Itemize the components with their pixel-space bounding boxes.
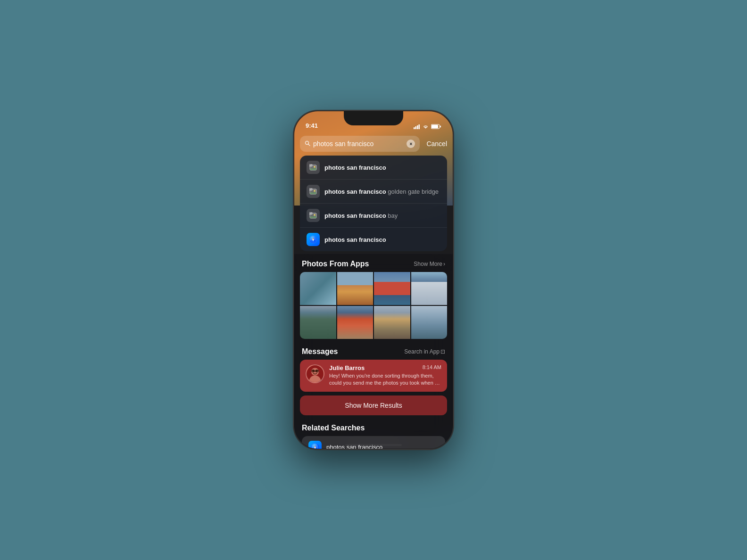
search-input[interactable]: photos san francisco xyxy=(313,140,404,148)
photos-app-icon xyxy=(307,161,320,174)
message-preview: Hey! When you're done sorting through th… xyxy=(329,372,441,387)
related-search-item-1[interactable]: photos san francisco xyxy=(302,436,445,449)
suggestion-highlight-4: photos san francisco xyxy=(324,236,386,243)
svg-rect-3 xyxy=(419,124,420,129)
message-header: Julie Barros 8:14 AM xyxy=(329,364,441,371)
suggestion-item-1[interactable]: photos san francisco xyxy=(300,156,447,180)
photo-cell-6[interactable] xyxy=(337,306,374,339)
suggestion-highlight-3: photos san francisco xyxy=(324,212,386,219)
messages-search-in-app[interactable]: Search in App ⊡ xyxy=(404,348,445,355)
suggestion-dim-2: golden gate bridge xyxy=(386,188,439,195)
notch xyxy=(344,111,403,125)
show-more-label: Show More Results xyxy=(345,402,402,409)
svg-rect-6 xyxy=(440,126,441,128)
messages-section-title: Messages xyxy=(302,347,338,356)
messages-section-header: Messages Search in App ⊡ xyxy=(294,342,453,360)
wifi-icon xyxy=(423,124,429,129)
search-cancel-button[interactable]: Cancel xyxy=(426,140,447,148)
suggestion-item-3[interactable]: photos san francisco bay xyxy=(300,204,447,228)
svg-rect-13 xyxy=(309,188,312,190)
chevron-right-icon: › xyxy=(443,261,445,267)
suggestion-item-4[interactable]: photos san francisco xyxy=(300,228,447,251)
suggestion-text-4: photos san francisco xyxy=(324,236,386,243)
search-bar-container: photos san francisco × Cancel xyxy=(294,132,453,156)
photo-cell-5[interactable] xyxy=(300,306,336,339)
message-time: 8:14 AM xyxy=(423,364,441,371)
message-sender: Julie Barros xyxy=(329,364,365,371)
suggestion-item-2[interactable]: photos san francisco golden gate bridge xyxy=(300,180,447,204)
related-searches-section: Related Searches xyxy=(294,419,453,449)
safari-app-icon xyxy=(307,233,320,246)
messages-section: Messages Search in App ⊡ xyxy=(294,342,453,392)
suggestion-text-1: photos san francisco xyxy=(324,164,386,171)
phone-screen: 9:41 xyxy=(294,111,453,449)
phone-device: 9:41 xyxy=(293,110,454,450)
photos-section-header: Photos From Apps Show More › xyxy=(294,254,453,272)
photo-cell-4[interactable] xyxy=(411,272,448,305)
related-searches-title: Related Searches xyxy=(302,424,445,432)
suggestion-highlight: photos san francisco xyxy=(324,164,386,171)
suggestion-text-2: photos san francisco golden gate bridge xyxy=(324,188,439,195)
svg-rect-10 xyxy=(309,164,312,166)
photo-cell-2[interactable] xyxy=(337,272,374,305)
external-link-icon: ⊡ xyxy=(440,348,445,355)
svg-rect-16 xyxy=(309,212,312,214)
suggestions-list: photos san francisco photos san francis xyxy=(300,156,447,251)
svg-rect-5 xyxy=(432,125,438,128)
search-icon xyxy=(305,140,310,148)
photos-app-icon-2 xyxy=(307,185,320,198)
status-icons xyxy=(414,124,441,129)
photos-show-more[interactable]: Show More › xyxy=(414,261,445,267)
contact-avatar xyxy=(306,364,324,383)
status-time: 9:41 xyxy=(306,122,318,129)
svg-point-25 xyxy=(311,368,319,375)
photos-app-icon-3 xyxy=(307,209,320,222)
photos-section-title: Photos From Apps xyxy=(302,260,369,268)
show-more-results-button[interactable]: Show More Results xyxy=(300,395,447,415)
svg-line-8 xyxy=(308,144,310,146)
suggestion-text-3: photos san francisco bay xyxy=(324,212,398,219)
results-area: Photos From Apps Show More › xyxy=(294,254,453,449)
photo-cell-3[interactable] xyxy=(374,272,410,305)
photo-cell-7[interactable] xyxy=(374,306,410,339)
related-search-text-1: photos san francisco xyxy=(326,444,382,449)
svg-rect-1 xyxy=(415,126,417,129)
message-content: Julie Barros 8:14 AM Hey! When you're do… xyxy=(329,364,441,387)
suggestion-dim-3: bay xyxy=(386,212,398,219)
photo-cell-8[interactable] xyxy=(411,306,448,339)
signal-icon xyxy=(414,124,420,129)
photo-grid xyxy=(300,272,447,339)
screen-content: photos san francisco × Cancel xyxy=(294,132,453,449)
photo-cell-1[interactable] xyxy=(300,272,336,305)
message-card[interactable]: Julie Barros 8:14 AM Hey! When you're do… xyxy=(300,360,447,392)
battery-icon xyxy=(431,124,441,129)
search-clear-button[interactable]: × xyxy=(407,140,415,148)
suggestion-highlight-2: photos san francisco xyxy=(324,188,386,195)
svg-rect-2 xyxy=(417,125,418,129)
svg-rect-0 xyxy=(414,127,415,129)
search-bar[interactable]: photos san francisco × xyxy=(300,136,420,152)
related-safari-icon xyxy=(308,441,322,449)
